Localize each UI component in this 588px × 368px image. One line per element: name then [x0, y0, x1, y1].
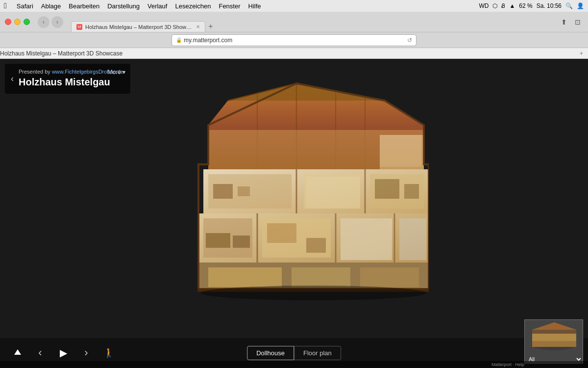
menubar:  Safari Ablage Bearbeiten Darstellung V…	[0, 0, 588, 12]
svg-rect-35	[208, 267, 282, 287]
page-title: Holzhaus Mistelgau – Matterport 3D Showc…	[0, 50, 122, 57]
apple-menu[interactable]: 	[4, 1, 7, 10]
new-tab-icon[interactable]: +	[580, 50, 583, 57]
svg-rect-50	[532, 341, 576, 347]
menu-bearbeiten[interactable]: Bearbeiten	[65, 0, 103, 12]
menubar-wifi: ▲	[509, 2, 515, 9]
close-button[interactable]	[5, 19, 11, 25]
scroll-up-button[interactable]	[10, 345, 25, 361]
menu-ablage[interactable]: Ablage	[37, 0, 65, 12]
reload-button[interactable]: ↺	[407, 37, 412, 44]
address-bar[interactable]: 🔒 my.matterport.com ↺	[172, 34, 416, 46]
svg-rect-29	[233, 236, 250, 248]
viewer: ‹ Presented by www.FichtelgebirgsDrohne.…	[0, 59, 588, 338]
svg-rect-17	[213, 184, 233, 199]
minimap-viewport[interactable]	[525, 320, 583, 354]
svg-rect-37	[360, 267, 419, 287]
dollhouse-svg	[159, 66, 429, 302]
share-button[interactable]: ⬆	[559, 17, 569, 27]
new-tab-button[interactable]: +	[205, 21, 216, 32]
model-container	[159, 66, 429, 302]
menubar-wd: WD	[479, 2, 489, 9]
menu-verlauf[interactable]: Verlauf	[144, 0, 171, 12]
model-title: Holzhaus Mistelgau	[19, 77, 123, 88]
minimap-svg	[525, 320, 583, 354]
svg-rect-18	[238, 186, 250, 196]
tab-close-icon[interactable]: ✕	[196, 24, 200, 29]
nav-buttons: ‹ ›	[38, 16, 63, 28]
menu-lesezeichen[interactable]: Lesezeichen	[171, 0, 215, 12]
svg-rect-31	[306, 238, 326, 253]
svg-rect-32	[341, 218, 392, 260]
svg-rect-19	[375, 179, 399, 199]
branding-text: Matterport · Help	[491, 362, 524, 367]
browser-tab[interactable]: M Holzhaus Mistelgau – Matterport 3D Sho…	[71, 21, 205, 32]
more-button[interactable]: More ▾	[108, 69, 125, 76]
prev-button[interactable]: ‹	[32, 345, 48, 361]
svg-rect-49	[532, 334, 576, 341]
svg-marker-44	[14, 349, 21, 355]
page-title-bar: Holzhaus Mistelgau – Matterport 3D Showc…	[0, 48, 588, 59]
svg-rect-42	[380, 135, 421, 167]
menubar-battery: 62 %	[519, 2, 532, 9]
menubar-user[interactable]: 👤	[577, 2, 584, 9]
lock-icon: 🔒	[176, 37, 182, 43]
dollhouse-view-button[interactable]: Dollhouse	[247, 346, 294, 360]
back-arrow-icon[interactable]: ‹	[11, 73, 14, 83]
matterport-branding: Matterport · Help	[0, 361, 588, 368]
menubar-bluetooth: Ᏸ	[501, 2, 505, 9]
address-bar-row: 🔒 my.matterport.com ↺	[0, 32, 588, 48]
maximize-button[interactable]	[24, 19, 30, 25]
info-panel: ‹ Presented by www.FichtelgebirgsDrohne.…	[5, 64, 130, 94]
svg-rect-20	[404, 184, 419, 199]
svg-rect-30	[267, 223, 296, 243]
menu-darstellung[interactable]: Darstellung	[103, 0, 144, 12]
svg-rect-36	[292, 267, 350, 287]
menu-fenster[interactable]: Fenster	[215, 0, 244, 12]
svg-rect-43	[306, 177, 360, 209]
svg-rect-33	[399, 218, 426, 260]
traffic-lights	[5, 19, 30, 25]
menubar-search[interactable]: 🔍	[565, 2, 573, 9]
svg-rect-28	[206, 233, 230, 248]
menubar-time: Sa. 10:56	[537, 2, 562, 9]
view-toggle: Dollhouse Floor plan	[247, 346, 341, 360]
url-text: my.matterport.com	[184, 37, 232, 44]
nav-controls: ‹ ▶ › 🚶	[10, 344, 117, 361]
tab-title: Holzhaus Mistelgau – Matterport 3D Showc…	[85, 24, 193, 30]
browser-actions: ⬆ ⊡	[559, 17, 583, 27]
menu-safari[interactable]: Safari	[13, 0, 37, 12]
svg-point-41	[201, 286, 426, 300]
person-mode-button[interactable]: 🚶	[101, 345, 117, 361]
back-button[interactable]: ‹	[38, 16, 49, 28]
menu-hilfe[interactable]: Hilfe	[245, 0, 265, 12]
next-button[interactable]: ›	[78, 345, 94, 361]
play-button[interactable]: ▶	[55, 344, 72, 361]
menubar-dropbox: ⬡	[492, 2, 497, 9]
menubar-right: WD ⬡ Ᏸ ▲ 62 % Sa. 10:56 🔍 👤	[479, 2, 584, 9]
forward-button[interactable]: ›	[51, 16, 63, 28]
browser-chrome: ‹ › M Holzhaus Mistelgau – Matterport 3D…	[0, 12, 588, 32]
minimap: All	[524, 319, 583, 364]
sidebar-toggle-button[interactable]: ⊡	[572, 17, 583, 27]
minimize-button[interactable]	[14, 19, 21, 25]
floorplan-view-button[interactable]: Floor plan	[294, 346, 341, 360]
tab-favicon: M	[76, 24, 82, 30]
chevron-down-icon: ▾	[122, 69, 125, 76]
